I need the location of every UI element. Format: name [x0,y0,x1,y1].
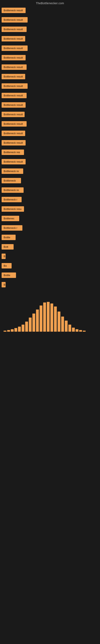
bottleneck-label: Bottleneck re [1,168,23,174]
chart-bar [83,331,86,332]
bottleneck-label: Bottleneck result [1,159,26,164]
list-item: Bottleneck resu [0,204,100,214]
list-item: Bottleneck result [0,24,100,34]
bottleneck-label: Bottle [1,235,16,240]
chart-bar [50,304,53,332]
chart-bar [32,314,35,332]
bottleneck-label: Bottleneck re [1,187,24,193]
chart-bar [72,328,75,332]
list-item: Bottle [0,233,100,242]
bottleneck-label: Bottleneck r [1,225,22,231]
list-item: Bottleneck result [0,157,100,166]
list-item: Bottleneck re [0,166,100,176]
bottleneck-label: Bottleneck result [1,130,25,136]
bottleneck-label: Bottleneck result [1,17,28,22]
list-item: Bottleneck result [0,91,100,100]
bottleneck-label: Bottleneck result [1,121,27,126]
bottleneck-label: Bottleneck result [1,55,26,60]
bottleneck-label: Bottleneck r [1,197,22,202]
bottleneck-label: Bottleneck result [1,8,26,13]
chart-bar [11,329,14,332]
chart-bar [47,302,50,332]
list-item: Bottleneck result [0,119,100,128]
list-item: Bo [0,261,100,270]
bottleneck-label: Bottleneck [1,178,21,183]
list-item: Bottleneck result [0,44,100,53]
chart-bar [14,328,17,332]
chart-bar [76,329,78,332]
list-item: B [0,252,100,261]
bottleneck-label: Bottleneck res [1,150,24,155]
bottleneck-label: Bottleneck result [1,140,26,146]
chart-bar [43,302,46,332]
chart-bar [65,320,68,332]
chart-bar [29,318,32,332]
list-item: Bottleneck r [0,223,100,233]
list-item: Bottleneck [0,176,100,185]
bottleneck-list: Bottleneck resultBottleneck resultBottle… [0,6,100,290]
chart-bar [61,316,64,332]
list-item: Bottleneck result [0,53,100,62]
bottleneck-label: Bottleneck resu [1,206,24,212]
bottleneck-label: Bottleneck result [1,93,27,98]
chart-bar [68,324,71,332]
bottleneck-label: B [1,282,6,288]
bottleneck-label: Bott [1,244,14,250]
bottleneck-label: B [1,254,6,259]
list-item: Bottleneck result [0,6,100,15]
chart-area [0,300,100,340]
bottleneck-label: Bottle [1,272,16,278]
list-item: Bott [0,242,100,252]
list-item: Bottle [0,270,100,280]
chart-bar [25,322,28,332]
list-item: Bottleneck result [0,81,100,91]
bottleneck-label: Bo [1,263,12,268]
chart-bar [54,306,57,332]
site-title: TheBottlenecker.com [0,0,100,6]
chart-bar [36,310,39,332]
list-item: Bottleneck r [0,195,100,204]
bottleneck-label: Bottleneck result [1,74,25,79]
bottleneck-label: Bottleneck result [1,36,25,42]
bottleneck-label: Bottleneck result [1,26,27,32]
list-item: Bottleneck result [0,110,100,119]
chart-bar [40,306,42,332]
list-item: Bottleneck result [0,100,100,110]
list-item: Bottleneck result [0,62,100,72]
list-item: Bottleneck res [0,148,100,157]
bottleneck-label: Bottleneck result [1,64,27,70]
chart-bar [18,327,21,332]
bottleneck-label: Bottleneck result [1,46,28,51]
list-item: Bottleneck re [0,185,100,195]
chart-bar-container [2,302,98,332]
bottleneck-label: Bottlenec [1,216,19,221]
list-item: Bottleneck result [0,72,100,81]
chart-bar [7,330,10,332]
chart-bar [22,324,24,332]
list-item: Bottleneck result [0,15,100,24]
list-item: B [0,280,100,290]
list-item: Bottleneck result [0,34,100,44]
chart-bar [58,312,60,332]
list-item: Bottleneck result [0,128,100,138]
chart-bar [79,330,82,332]
bottleneck-label: Bottleneck result [1,83,28,89]
bottleneck-label: Bottleneck result [1,102,26,108]
chart-bar [3,331,6,332]
list-item: Bottlenec [0,214,100,223]
bottleneck-label: Bottleneck result [1,112,25,117]
list-item: Bottleneck result [0,138,100,148]
